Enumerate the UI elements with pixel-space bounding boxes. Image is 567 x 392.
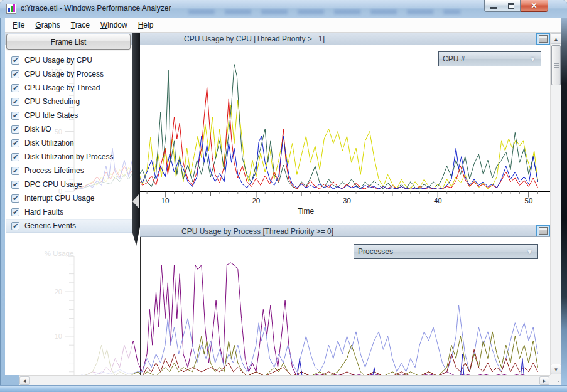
restore-button[interactable] (502, 0, 521, 12)
frame-list-item-label: Generic Events (24, 221, 76, 230)
frame-list-item-dpc-cpu-usage[interactable]: ✔DPC CPU Usage (6, 177, 132, 191)
window-pane-icon (539, 227, 548, 235)
frame-list-item-label: CPU Usage by CPU (24, 56, 92, 65)
svg-text:30: 30 (343, 197, 351, 204)
window-controls: ✕ (484, 0, 548, 12)
app-window: c:¥trace.etl - Windows Performance Analy… (0, 0, 567, 392)
checkbox-icon[interactable]: ✔ (11, 153, 19, 161)
frame-list-item-cpu-scheduling[interactable]: ✔CPU Scheduling (6, 95, 132, 109)
chart2-title: CPU Usage by Process [Thread Priority >=… (181, 227, 333, 236)
frame-list-item-disk-utilization-by-process[interactable]: ✔Disk Utilization by Process (6, 150, 132, 164)
svg-text:20: 20 (252, 197, 260, 204)
minimize-icon (490, 7, 497, 9)
scroll-right-icon[interactable]: ► (539, 376, 549, 385)
checkbox-icon[interactable]: ✔ (11, 181, 19, 189)
frame-list-item-label: DPC CPU Usage (24, 180, 82, 189)
frame-list-item-cpu-idle-states[interactable]: ✔CPU Idle States (6, 109, 132, 122)
app-icon (6, 4, 16, 14)
chevron-down-icon: ▼ (529, 55, 536, 63)
vertical-scrollbar[interactable]: ▲ ▼ (550, 33, 561, 375)
checkbox-icon[interactable]: ✔ (11, 84, 19, 92)
checkbox-icon[interactable]: ✔ (11, 98, 19, 106)
menu-trace[interactable]: Trace (71, 21, 90, 29)
svg-text:Time: Time (298, 207, 315, 216)
main-content: 050100% Usage1020% Usage CPU Usage by CP… (5, 33, 561, 375)
frame-list-item-label: CPU Idle States (24, 111, 78, 120)
frame-list-item-label: Hard Faults (24, 208, 63, 216)
cpu-usage-by-cpu-plot[interactable]: 1020304050Time (140, 45, 550, 225)
restore-icon (508, 3, 514, 9)
svg-text:40: 40 (434, 197, 442, 204)
frame-list-item-label: Disk Utilization by Process (24, 152, 113, 161)
window-title: c:¥trace.etl - Windows Performance Analy… (21, 4, 171, 13)
frame-list-header[interactable]: Frame List (6, 34, 131, 50)
vertical-scroll-thumb[interactable] (551, 45, 561, 85)
chart1-title: CPU Usage by CPU [Thread Priority >= 1] (184, 34, 325, 43)
scroll-up-icon[interactable]: ▲ (551, 33, 561, 44)
checkbox-icon[interactable]: ✔ (11, 112, 19, 120)
checkbox-icon[interactable]: ✔ (11, 139, 19, 147)
scroll-left-icon[interactable]: ◄ (19, 376, 30, 385)
sidebar-splitter[interactable] (132, 33, 140, 246)
window-right-edge (561, 18, 567, 385)
frame-list-item-label: Interrupt CPU Usage (24, 194, 94, 203)
frame-list-item-label: Disk Utilization (24, 139, 74, 147)
frame-list-item-interrupt-cpu-usage[interactable]: ✔Interrupt CPU Usage (6, 191, 132, 205)
frame-list-item-hard-faults[interactable]: ✔Hard Faults (6, 205, 132, 219)
frame-list-item-label: CPU Scheduling (24, 97, 80, 106)
menu-file[interactable]: File (13, 21, 24, 29)
checkbox-icon[interactable]: ✔ (11, 167, 19, 175)
checkbox-icon[interactable]: ✔ (11, 125, 19, 134)
chart1-series-selector[interactable]: CPU # ▼ (438, 51, 541, 66)
frame-list-item-cpu-usage-by-thread[interactable]: ✔CPU Usage by Thread (6, 81, 132, 95)
chart2-series-selector[interactable]: Processes ▼ (354, 244, 538, 259)
chart2-frame-icon[interactable] (536, 225, 550, 236)
frame-list-item-cpu-usage-by-process[interactable]: ✔CPU Usage by Process (6, 67, 132, 81)
checkbox-icon[interactable]: ✔ (11, 222, 19, 230)
chart2-header-band: CPU Usage by Process [Thread Priority >=… (140, 225, 550, 237)
checkbox-icon[interactable]: ✔ (11, 194, 19, 203)
menu-window[interactable]: Window (100, 21, 127, 29)
titlebar-glass-reflection (188, 9, 460, 14)
horizontal-scrollbar[interactable]: ◄ ► (19, 375, 550, 385)
svg-text:50: 50 (525, 197, 533, 204)
chevron-down-icon: ▼ (526, 248, 533, 255)
frame-list-item-cpu-usage-by-cpu[interactable]: ✔CPU Usage by CPU (6, 53, 132, 67)
window-pane-icon (539, 35, 548, 43)
menu-bar: FileGraphsTraceWindowHelp (5, 18, 562, 33)
frame-list-item-disk-i-o[interactable]: ✔Disk I/O (6, 122, 132, 136)
menu-help[interactable]: Help (138, 21, 154, 29)
frame-list-item-label: Process Lifetimes (24, 166, 84, 175)
chart2-selector-value: Processes (358, 247, 393, 256)
frame-list-item-label: CPU Usage by Process (24, 70, 104, 78)
scroll-down-icon[interactable]: ▼ (551, 364, 561, 374)
frame-list-item-process-lifetimes[interactable]: ✔Process Lifetimes (6, 164, 132, 177)
svg-text:10: 10 (161, 197, 170, 204)
chart1-selector-value: CPU # (443, 55, 465, 63)
checkbox-icon[interactable]: ✔ (11, 208, 19, 216)
frame-list-item-label: CPU Usage by Thread (24, 83, 100, 92)
frame-list-item-generic-events[interactable]: ✔Generic Events (6, 219, 132, 233)
close-button[interactable]: ✕ (521, 0, 548, 12)
frame-list-item-disk-utilization[interactable]: ✔Disk Utilization (6, 136, 132, 150)
minimize-button[interactable] (484, 0, 502, 12)
frame-list-item-label: Disk I/O (24, 125, 51, 134)
window-bottom-edge (0, 385, 567, 392)
frame-list: ✔CPU Usage by CPU✔CPU Usage by Process✔C… (6, 53, 132, 233)
collapse-sidebar-icon[interactable] (132, 194, 139, 208)
checkbox-icon[interactable]: ✔ (11, 70, 19, 78)
checkbox-icon[interactable]: ✔ (11, 56, 19, 65)
title-bar: c:¥trace.etl - Windows Performance Analy… (0, 0, 567, 18)
thumb-grip-icon (554, 63, 559, 68)
menu-graphs[interactable]: Graphs (35, 21, 60, 29)
close-icon: ✕ (531, 2, 537, 9)
chart1-frame-icon[interactable] (536, 33, 550, 45)
